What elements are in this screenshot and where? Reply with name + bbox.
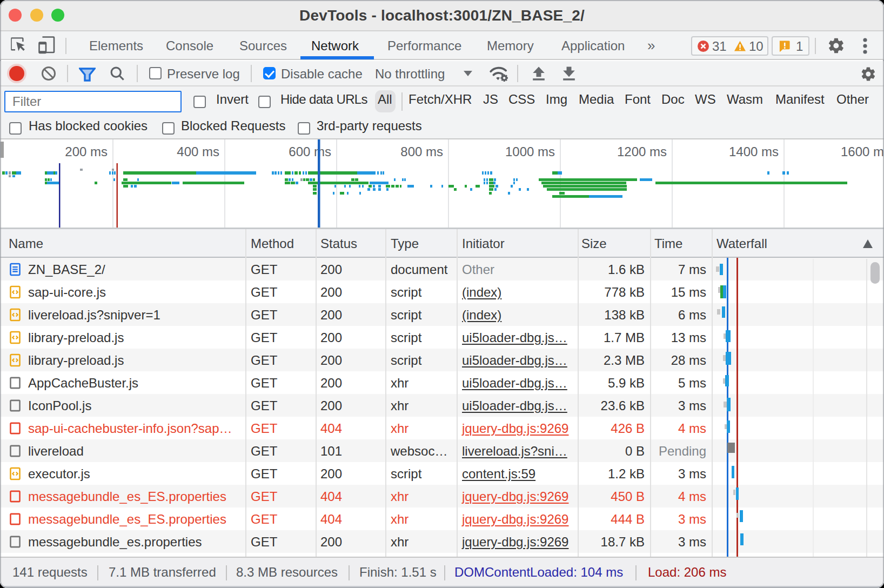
svg-text:1600 ms: 1600 ms [841,144,884,159]
svg-text:400 ms: 400 ms [177,144,219,159]
svg-text:1200 ms: 1200 ms [617,144,667,159]
svg-text:800 ms: 800 ms [400,144,443,159]
svg-text:200 ms: 200 ms [65,144,108,159]
svg-text:1000 ms: 1000 ms [505,144,555,159]
svg-text:600 ms: 600 ms [289,144,331,159]
svg-text:1400 ms: 1400 ms [729,144,779,159]
